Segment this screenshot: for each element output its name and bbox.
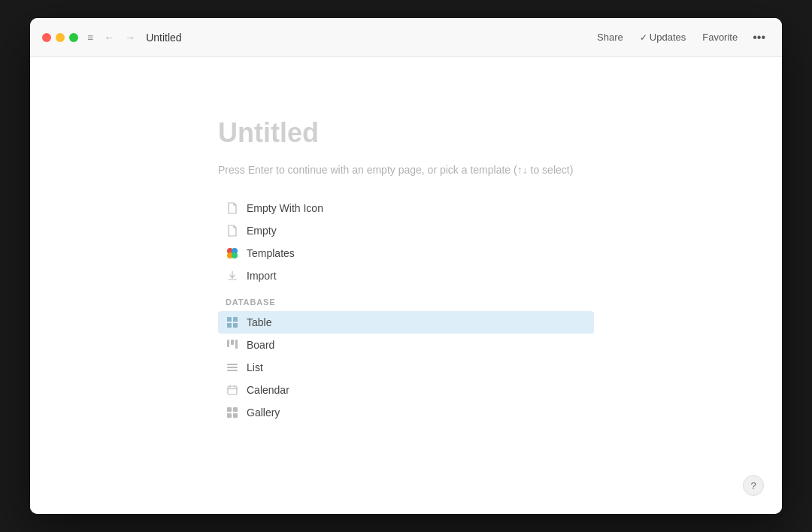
table-icon <box>226 316 239 329</box>
menu-item-label: Empty With Icon <box>247 202 323 214</box>
forward-button[interactable]: → <box>122 30 138 45</box>
menu-item-label: Empty <box>247 225 277 237</box>
help-button[interactable]: ? <box>743 475 764 496</box>
menu-item-list[interactable]: List <box>218 356 594 379</box>
menu-item-empty[interactable]: Empty <box>218 219 594 242</box>
gallery-icon <box>226 406 239 419</box>
menu-item-label: Table <box>247 316 271 328</box>
menu-item-templates[interactable]: Templates <box>218 242 594 264</box>
page-subtitle: Press Enter to continue with an empty pa… <box>218 164 752 176</box>
list-icon <box>226 361 239 374</box>
traffic-lights <box>42 33 78 42</box>
titlebar: ≡ ← → Untitled Share ✓ Updates Favorite … <box>30 18 782 57</box>
menu-item-import[interactable]: Import <box>218 264 594 287</box>
templates-icon <box>226 246 239 260</box>
menu-item-label: Templates <box>247 247 295 259</box>
database-section-label: DATABASE <box>218 287 594 311</box>
nav-buttons: ← → <box>101 30 138 45</box>
menu-item-label: Import <box>247 270 277 282</box>
share-button[interactable]: Share <box>591 29 629 46</box>
back-button[interactable]: ← <box>101 30 117 45</box>
menu-item-label: Board <box>247 339 274 351</box>
more-options-button[interactable]: ••• <box>748 28 770 47</box>
svg-point-3 <box>232 252 238 258</box>
updates-label: Updates <box>650 32 686 43</box>
menu-item-calendar[interactable]: Calendar <box>218 379 594 401</box>
main-content: Untitled Press Enter to continue with an… <box>30 57 782 514</box>
page-title: Untitled <box>218 117 752 149</box>
titlebar-actions: Share ✓ Updates Favorite ••• <box>591 28 770 47</box>
svg-rect-4 <box>228 386 237 394</box>
page-title-titlebar: Untitled <box>146 32 181 44</box>
favorite-button[interactable]: Favorite <box>696 29 744 46</box>
board-icon <box>226 338 239 352</box>
menu-item-label: Calendar <box>247 384 289 396</box>
import-icon <box>226 269 239 283</box>
menu-item-empty-with-icon[interactable]: Empty With Icon <box>218 197 594 219</box>
maximize-button[interactable] <box>69 33 78 42</box>
menu-item-table[interactable]: Table <box>218 311 594 334</box>
template-menu: Empty With Icon Empty <box>218 197 594 424</box>
close-button[interactable] <box>42 33 51 42</box>
menu-item-label: List <box>247 361 263 373</box>
updates-check-icon: ✓ <box>640 32 647 43</box>
menu-icon[interactable]: ≡ <box>87 32 93 44</box>
app-window: ≡ ← → Untitled Share ✓ Updates Favorite … <box>30 18 782 514</box>
menu-item-board[interactable]: Board <box>218 334 594 356</box>
menu-item-label: Gallery <box>247 407 280 419</box>
doc-icon <box>226 201 239 215</box>
doc-icon <box>226 224 239 237</box>
minimize-button[interactable] <box>56 33 65 42</box>
menu-item-gallery[interactable]: Gallery <box>218 401 594 424</box>
calendar-icon <box>226 383 239 397</box>
updates-button[interactable]: ✓ Updates <box>634 29 692 46</box>
